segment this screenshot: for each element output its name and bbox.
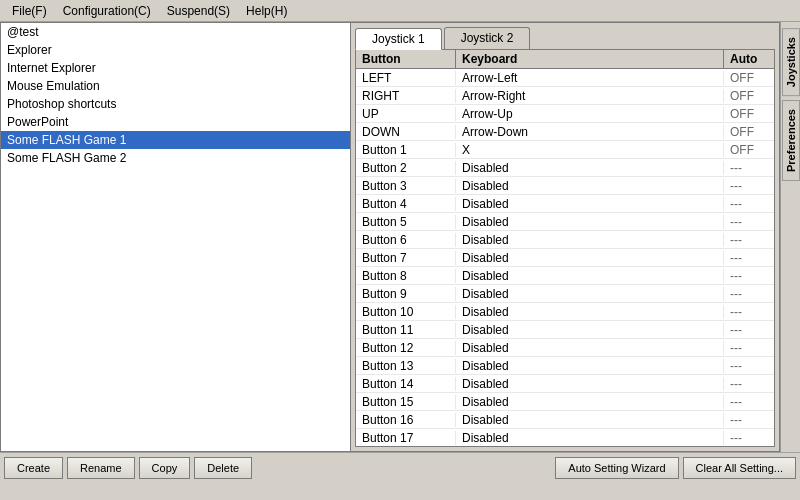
table-row[interactable]: Button 2 Disabled --- xyxy=(356,159,774,177)
table-row[interactable]: Button 9 Disabled --- xyxy=(356,285,774,303)
table-row[interactable]: Button 16 Disabled --- xyxy=(356,411,774,429)
preferences-tab[interactable]: Preferences xyxy=(782,100,800,181)
header-button: Button xyxy=(356,50,456,68)
profile-item-4[interactable]: Photoshop shortcuts xyxy=(1,95,350,113)
profile-item-2[interactable]: Internet Explorer xyxy=(1,59,350,77)
cell-button-16: Button 13 xyxy=(356,359,456,373)
table-body: LEFT Arrow-Left OFF RIGHT Arrow-Right OF… xyxy=(356,69,774,446)
cell-keyboard-5: Disabled xyxy=(456,161,724,175)
table-row[interactable]: Button 10 Disabled --- xyxy=(356,303,774,321)
table-row[interactable]: Button 7 Disabled --- xyxy=(356,249,774,267)
cell-auto-11: --- xyxy=(724,269,774,283)
cell-auto-16: --- xyxy=(724,359,774,373)
cell-keyboard-1: Arrow-Right xyxy=(456,89,724,103)
cell-auto-20: --- xyxy=(724,431,774,445)
menu-suspend[interactable]: Suspend(S) xyxy=(159,2,238,20)
table-row[interactable]: Button 11 Disabled --- xyxy=(356,321,774,339)
profile-item-5[interactable]: PowerPoint xyxy=(1,113,350,131)
cell-keyboard-15: Disabled xyxy=(456,341,724,355)
profile-item-1[interactable]: Explorer xyxy=(1,41,350,59)
cell-auto-2: OFF xyxy=(724,107,774,121)
table-row[interactable]: Button 17 Disabled --- xyxy=(356,429,774,446)
copy-button[interactable]: Copy xyxy=(139,457,191,479)
bottom-right-buttons: Auto Setting Wizard Clear All Setting... xyxy=(555,457,796,479)
cell-auto-7: --- xyxy=(724,197,774,211)
table-row[interactable]: Button 13 Disabled --- xyxy=(356,357,774,375)
header-auto: Auto xyxy=(724,50,774,68)
table-row[interactable]: Button 15 Disabled --- xyxy=(356,393,774,411)
cell-keyboard-9: Disabled xyxy=(456,233,724,247)
table-row[interactable]: RIGHT Arrow-Right OFF xyxy=(356,87,774,105)
profile-item-3[interactable]: Mouse Emulation xyxy=(1,77,350,95)
header-keyboard: Keyboard xyxy=(456,50,724,68)
cell-auto-3: OFF xyxy=(724,125,774,139)
cell-auto-9: --- xyxy=(724,233,774,247)
cell-keyboard-7: Disabled xyxy=(456,197,724,211)
table-row[interactable]: Button 6 Disabled --- xyxy=(356,231,774,249)
table-row[interactable]: Button 3 Disabled --- xyxy=(356,177,774,195)
button-table: Button Keyboard Auto LEFT Arrow-Left OFF… xyxy=(355,49,775,447)
cell-auto-17: --- xyxy=(724,377,774,391)
create-button[interactable]: Create xyxy=(4,457,63,479)
bottom-bar: Create Rename Copy Delete Auto Setting W… xyxy=(0,452,800,482)
cell-button-9: Button 6 xyxy=(356,233,456,247)
tab-joystick2[interactable]: Joystick 2 xyxy=(444,27,531,49)
side-tabs: Joysticks Preferences xyxy=(780,22,800,452)
table-row[interactable]: Button 12 Disabled --- xyxy=(356,339,774,357)
cell-auto-6: --- xyxy=(724,179,774,193)
cell-keyboard-3: Arrow-Down xyxy=(456,125,724,139)
cell-auto-13: --- xyxy=(724,305,774,319)
menu-file[interactable]: File(F) xyxy=(4,2,55,20)
cell-auto-1: OFF xyxy=(724,89,774,103)
cell-auto-15: --- xyxy=(724,341,774,355)
cell-button-15: Button 12 xyxy=(356,341,456,355)
cell-keyboard-6: Disabled xyxy=(456,179,724,193)
clear-all-button[interactable]: Clear All Setting... xyxy=(683,457,796,479)
cell-button-1: RIGHT xyxy=(356,89,456,103)
cell-keyboard-2: Arrow-Up xyxy=(456,107,724,121)
cell-keyboard-19: Disabled xyxy=(456,413,724,427)
cell-keyboard-20: Disabled xyxy=(456,431,724,445)
joystick-tabs: Joystick 1 Joystick 2 xyxy=(351,23,779,49)
cell-button-0: LEFT xyxy=(356,71,456,85)
profile-item-6[interactable]: Some FLASH Game 1 xyxy=(1,131,350,149)
cell-auto-5: --- xyxy=(724,161,774,175)
menu-bar: File(F) Configuration(C) Suspend(S) Help… xyxy=(0,0,800,22)
cell-button-7: Button 4 xyxy=(356,197,456,211)
cell-button-11: Button 8 xyxy=(356,269,456,283)
profile-list: @testExplorerInternet ExplorerMouse Emul… xyxy=(0,22,350,452)
menu-help[interactable]: Help(H) xyxy=(238,2,295,20)
cell-button-8: Button 5 xyxy=(356,215,456,229)
cell-button-2: UP xyxy=(356,107,456,121)
cell-keyboard-18: Disabled xyxy=(456,395,724,409)
rename-button[interactable]: Rename xyxy=(67,457,135,479)
tab-joystick1[interactable]: Joystick 1 xyxy=(355,28,442,50)
cell-button-14: Button 11 xyxy=(356,323,456,337)
profile-item-0[interactable]: @test xyxy=(1,23,350,41)
table-row[interactable]: DOWN Arrow-Down OFF xyxy=(356,123,774,141)
table-row[interactable]: LEFT Arrow-Left OFF xyxy=(356,69,774,87)
cell-keyboard-0: Arrow-Left xyxy=(456,71,724,85)
delete-button[interactable]: Delete xyxy=(194,457,252,479)
cell-keyboard-14: Disabled xyxy=(456,323,724,337)
cell-keyboard-10: Disabled xyxy=(456,251,724,265)
cell-auto-18: --- xyxy=(724,395,774,409)
table-row[interactable]: Button 4 Disabled --- xyxy=(356,195,774,213)
table-row[interactable]: Button 5 Disabled --- xyxy=(356,213,774,231)
auto-wizard-button[interactable]: Auto Setting Wizard xyxy=(555,457,678,479)
cell-auto-12: --- xyxy=(724,287,774,301)
cell-button-5: Button 2 xyxy=(356,161,456,175)
cell-button-18: Button 15 xyxy=(356,395,456,409)
table-row[interactable]: Button 1 X OFF xyxy=(356,141,774,159)
table-header: Button Keyboard Auto xyxy=(356,50,774,69)
menu-configuration[interactable]: Configuration(C) xyxy=(55,2,159,20)
table-row[interactable]: Button 14 Disabled --- xyxy=(356,375,774,393)
table-row[interactable]: Button 8 Disabled --- xyxy=(356,267,774,285)
joysticks-tab[interactable]: Joysticks xyxy=(782,28,800,96)
table-row[interactable]: UP Arrow-Up OFF xyxy=(356,105,774,123)
cell-auto-0: OFF xyxy=(724,71,774,85)
cell-button-4: Button 1 xyxy=(356,143,456,157)
cell-keyboard-16: Disabled xyxy=(456,359,724,373)
cell-keyboard-12: Disabled xyxy=(456,287,724,301)
profile-item-7[interactable]: Some FLASH Game 2 xyxy=(1,149,350,167)
